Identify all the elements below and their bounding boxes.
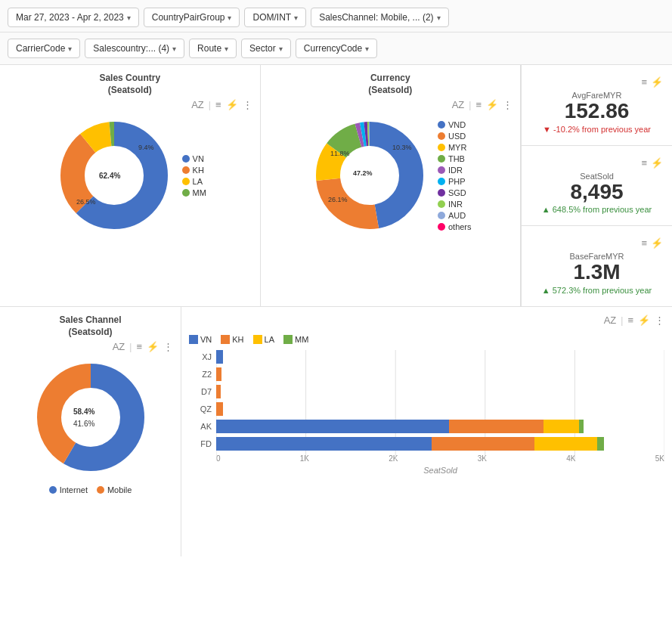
avg-fare-change: ▼ -10.2% from previous year <box>531 125 663 134</box>
kpi-toolbar-1: ≡ ⚡ <box>531 76 663 88</box>
kpi-toolbar-2: ≡ ⚡ <box>531 157 663 169</box>
legend-vn: VN <box>189 335 212 344</box>
country-pair-filter[interactable]: CountryPairGroup ▾ <box>144 8 240 27</box>
svg-text:41.6%: 41.6% <box>73 420 94 428</box>
sales-country-legend: VN KH LA MM <box>182 154 206 197</box>
kpi-panel: ≡ ⚡ AvgFareMYR 152.86 ▼ -10.2% from prev… <box>521 65 672 306</box>
filter-icon-kpi2[interactable]: ≡ <box>641 157 647 169</box>
carrier-code-filter[interactable]: CarrierCode ▾ <box>8 39 80 58</box>
bar-row-z2: Z2 <box>189 367 664 381</box>
legend-mm: MM <box>283 335 308 344</box>
sort-icon-2[interactable]: AZ <box>452 99 465 110</box>
route-filter[interactable]: Route ▾ <box>189 39 237 58</box>
filter-icon-3[interactable]: ≡ <box>136 341 142 352</box>
svg-text:9.4%: 9.4% <box>138 144 154 151</box>
seat-sold-value: 8,495 <box>531 181 663 204</box>
bar-row-xj: XJ <box>189 350 664 364</box>
bar-chart-grid: XJ Z2 D7 <box>189 350 664 451</box>
seat-sold-kpi: ≡ ⚡ SeatSold 8,495 ▲ 648.5% from previou… <box>522 146 672 227</box>
bar-chart-area: VN KH LA MM <box>189 335 664 475</box>
seat-sold-label: SeatSold <box>531 172 663 181</box>
lightning-icon-2[interactable]: ⚡ <box>486 99 498 110</box>
sales-country-donut: 62.4% 26.5% 9.4% <box>54 115 175 236</box>
base-fare-change: ▲ 572.3% from previous year <box>531 286 663 295</box>
sector-filter[interactable]: Sector ▾ <box>241 39 291 58</box>
bar-row-d7: D7 <box>189 385 664 398</box>
svg-text:26.5%: 26.5% <box>76 198 96 206</box>
lightning-icon-4[interactable]: ⚡ <box>638 315 650 326</box>
more-icon-4[interactable]: ⋮ <box>655 315 664 326</box>
date-range-filter[interactable]: Mar 27, 2023 - Apr 2, 2023 ▾ <box>8 8 139 27</box>
sales-country-filter[interactable]: Salescountry:... (4) ▾ <box>85 39 184 58</box>
currency-title: Currency (Seatsold) <box>268 73 513 96</box>
sales-channel-donut: 58.4% 41.6% <box>30 357 151 478</box>
currency-toolbar: AZ | ≡ ⚡ ⋮ <box>268 99 513 110</box>
dom-int-filter[interactable]: DOM/INT ▾ <box>244 8 306 27</box>
seat-sold-change: ▲ 648.5% from previous year <box>531 205 663 214</box>
svg-text:10.3%: 10.3% <box>392 144 412 151</box>
sales-country-toolbar: AZ | ≡ ⚡ ⋮ <box>8 99 252 110</box>
sort-icon-4[interactable]: AZ <box>604 315 617 326</box>
bar-row-qz: QZ <box>189 402 664 416</box>
svg-text:62.4%: 62.4% <box>99 172 120 180</box>
bar-row-fd: FD <box>189 437 664 451</box>
sales-channel-panel: Sales Channel (Seatsold) AZ | ≡ ⚡ ⋮ 58.4… <box>0 307 181 556</box>
lightning-icon[interactable]: ⚡ <box>226 99 238 110</box>
more-icon[interactable]: ⋮ <box>243 99 252 110</box>
sort-icon-3[interactable]: AZ <box>113 341 125 352</box>
more-icon-2[interactable]: ⋮ <box>503 99 513 110</box>
kpi-toolbar-3: ≡ ⚡ <box>531 237 663 249</box>
svg-text:47.2%: 47.2% <box>353 169 373 177</box>
sales-country-donut-container: 62.4% 26.5% 9.4% VN KH LA MM <box>8 115 252 236</box>
lightning-icon-3[interactable]: ⚡ <box>147 341 159 352</box>
lightning-icon-kpi3[interactable]: ⚡ <box>651 237 663 249</box>
filter-icon-kpi3[interactable]: ≡ <box>641 237 647 249</box>
sales-channel-filter[interactable]: SalesChannel: Mobile, ... (2) ▾ <box>311 8 448 27</box>
bar-chart-panel: AZ | ≡ ⚡ ⋮ VN KH LA <box>181 307 672 556</box>
more-icon-3[interactable]: ⋮ <box>163 341 173 352</box>
sales-channel-donut-container: 58.4% 41.6% Internet Mobile <box>8 357 173 494</box>
svg-text:11.8%: 11.8% <box>330 150 350 157</box>
filter-icon-kpi1[interactable]: ≡ <box>641 76 647 88</box>
base-fare-kpi: ≡ ⚡ BaseFareMYR 1.3M ▲ 572.3% from previ… <box>522 226 672 306</box>
sales-channel-title: Sales Channel (Seatsold) <box>8 315 173 338</box>
currency-donut: 47.2% 26.1% 11.8% 10.3% <box>309 115 430 236</box>
lightning-icon-kpi2[interactable]: ⚡ <box>651 157 663 169</box>
svg-text:58.4%: 58.4% <box>73 408 94 416</box>
currency-legend: VND USD MYR THB IDR PHP SGD INR AUD othe… <box>438 120 472 231</box>
legend-la: LA <box>253 335 274 344</box>
filter-icon[interactable]: ≡ <box>215 99 221 110</box>
legend-kh: KH <box>221 335 243 344</box>
base-fare-value: 1.3M <box>531 261 663 284</box>
currency-donut-container: 47.2% 26.1% 11.8% 10.3% VND USD MYR THB … <box>268 115 513 236</box>
filter-icon-4[interactable]: ≡ <box>627 315 633 326</box>
filter-icon-2[interactable]: ≡ <box>475 99 482 110</box>
lightning-icon-kpi1[interactable]: ⚡ <box>651 76 663 88</box>
bar-row-ak: AK <box>189 420 664 433</box>
second-filters-row: CarrierCode ▾Salescountry:... (4) ▾Route… <box>0 33 672 65</box>
sort-icon[interactable]: AZ <box>191 99 204 110</box>
sales-channel-legend: Internet Mobile <box>49 485 132 494</box>
currency-panel: Currency (Seatsold) AZ | ≡ ⚡ ⋮ <box>261 65 522 306</box>
bar-chart-toolbar: AZ | ≡ ⚡ ⋮ <box>604 315 664 326</box>
svg-point-25 <box>62 389 119 446</box>
top-filters-row: Mar 27, 2023 - Apr 2, 2023 ▾CountryPairG… <box>0 0 672 33</box>
avg-fare-value: 152.86 <box>531 100 663 123</box>
bar-chart-header: AZ | ≡ ⚡ ⋮ <box>189 315 664 329</box>
avg-fare-kpi: ≡ ⚡ AvgFareMYR 152.86 ▼ -10.2% from prev… <box>522 65 672 146</box>
currency-code-filter[interactable]: CurrencyCode ▾ <box>296 39 377 58</box>
sales-country-panel: Sales Country (Seatsold) AZ | ≡ ⚡ ⋮ <box>0 65 261 306</box>
sales-channel-toolbar: AZ | ≡ ⚡ ⋮ <box>8 341 173 352</box>
sales-country-title: Sales Country (Seatsold) <box>8 73 252 96</box>
bar-legend: VN KH LA MM <box>189 335 664 344</box>
svg-text:26.1%: 26.1% <box>328 196 348 203</box>
